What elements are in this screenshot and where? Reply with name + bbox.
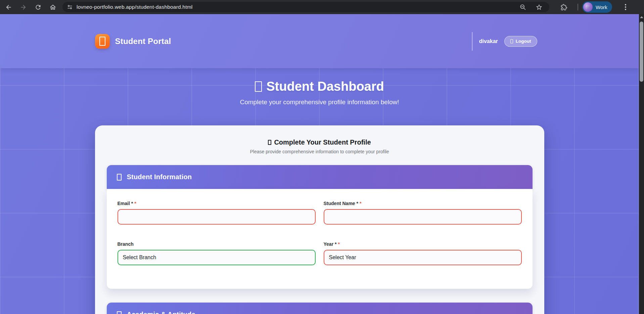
site-settings-icon[interactable] (67, 4, 73, 10)
avatar (583, 2, 593, 12)
scrollbar[interactable] (639, 14, 644, 314)
app-title: Student Portal (115, 37, 171, 46)
student-name-input[interactable] (324, 209, 522, 225)
required-asterisk: * (338, 241, 339, 247)
page-subtitle: Complete your comprehensive profile info… (0, 98, 639, 107)
field-label: Student Name ** (324, 201, 522, 206)
forward-icon[interactable] (19, 3, 27, 11)
page-viewport: Student Portal divakar Logout Student Da… (0, 14, 639, 314)
page-title: Student Dashboard (0, 78, 639, 94)
scrollbar-up-button[interactable] (639, 14, 644, 20)
field-student-name: Student Name ** (324, 201, 522, 225)
reload-icon[interactable] (34, 3, 42, 11)
missing-emoji-glyph-icon (117, 174, 122, 181)
user-area: divakar Logout (472, 32, 537, 51)
bookmark-star-icon[interactable] (535, 3, 543, 11)
section-student-information: Student Information Email ** Student Nam… (107, 165, 533, 289)
section-body: Email ** Student Name ** Branch (107, 189, 533, 289)
field-email: Email ** (118, 201, 316, 225)
section-header: Academic & Aptitude (107, 303, 533, 314)
field-branch: Branch Select Branch (118, 241, 316, 265)
username-label: divakar (479, 38, 498, 44)
logout-button[interactable]: Logout (504, 36, 537, 47)
missing-emoji-glyph-icon (510, 39, 513, 43)
url-text: lovneo-portfolio.web.app/student-dashboa… (77, 4, 519, 10)
section-title: Academic & Aptitude (117, 311, 195, 314)
field-year: Year ** Select Year (324, 241, 522, 265)
section-title: Student Information (117, 173, 192, 181)
nav-button-group (0, 3, 56, 11)
header-divider (472, 32, 473, 51)
logout-label: Logout (516, 39, 531, 44)
field-label: Branch (118, 241, 316, 247)
email-input[interactable] (118, 209, 316, 225)
toolbar-separator (578, 4, 578, 10)
scroll-up-arrow-icon (640, 16, 643, 18)
year-select[interactable]: Select Year (324, 250, 522, 265)
browser-toolbar: lovneo-portfolio.web.app/student-dashboa… (0, 0, 644, 14)
missing-emoji-glyph-icon (255, 81, 262, 92)
extensions-icon[interactable] (560, 3, 567, 11)
back-icon[interactable] (5, 3, 12, 11)
card-header: Complete Your Student Profile Please pro… (95, 125, 544, 155)
profile-card: Complete Your Student Profile Please pro… (95, 125, 544, 314)
three-dot-menu-icon[interactable] (623, 3, 628, 11)
field-label: Year ** (324, 241, 522, 247)
section-header: Student Information (107, 165, 533, 189)
home-icon[interactable] (49, 3, 56, 11)
zoom-icon[interactable] (519, 3, 526, 11)
card-title: Complete Your Student Profile (95, 138, 544, 147)
missing-emoji-glyph-icon (268, 140, 271, 145)
profile-chip[interactable]: Work (582, 1, 612, 13)
section-academic-aptitude: Academic & Aptitude (107, 303, 533, 314)
field-label: Email ** (118, 201, 316, 206)
required-asterisk: * (134, 201, 136, 206)
card-subtitle: Please provide comprehensive information… (95, 149, 544, 155)
address-bar[interactable]: lovneo-portfolio.web.app/student-dashboa… (62, 2, 549, 12)
scrollbar-thumb[interactable] (640, 22, 643, 82)
missing-emoji-glyph-icon (99, 37, 105, 46)
site-header: Student Portal divakar Logout (0, 14, 639, 68)
omnibox-icons (519, 3, 543, 11)
branch-select[interactable]: Select Branch (118, 250, 316, 265)
profile-name-label: Work (596, 4, 607, 10)
app-logo (95, 34, 110, 49)
missing-emoji-glyph-icon (117, 311, 122, 314)
required-asterisk: * (360, 201, 361, 206)
hero-section: Student Dashboard Complete your comprehe… (0, 68, 639, 107)
browser-window: lovneo-portfolio.web.app/student-dashboa… (0, 0, 644, 314)
